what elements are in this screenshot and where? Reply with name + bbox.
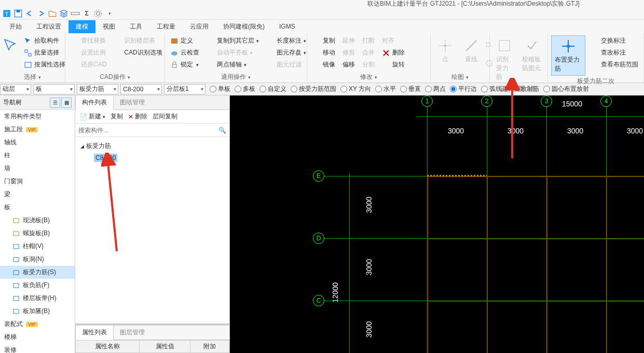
menu-view[interactable]: 视图 bbox=[95, 20, 122, 33]
component-select[interactable]: C8-200 bbox=[120, 84, 162, 94]
two-point-axis-button[interactable]: 两点辅轴▾ bbox=[204, 59, 261, 70]
nav-item-装配式[interactable]: 装配式VIP bbox=[0, 318, 75, 331]
search-input[interactable] bbox=[78, 127, 218, 134]
rotate-button[interactable]: 旋转 bbox=[380, 59, 407, 70]
radio-平行边[interactable]: 平行边 bbox=[450, 85, 477, 93]
nav-item-板洞(N)[interactable]: 板洞(N) bbox=[0, 253, 75, 266]
nav-item-板[interactable]: 板 bbox=[0, 201, 75, 214]
auto-flat-button[interactable]: 自动平齐板▾ bbox=[204, 47, 261, 58]
extend-button[interactable]: 延伸 bbox=[340, 35, 357, 46]
undo-icon[interactable] bbox=[25, 9, 34, 18]
select-big-button[interactable] bbox=[3, 35, 19, 72]
menu-cloud[interactable]: 云应用 bbox=[183, 20, 216, 33]
radio-单板[interactable]: 单板 bbox=[210, 85, 230, 93]
delete-button[interactable]: 删除 bbox=[380, 47, 407, 58]
copy-component-button[interactable]: 复制 bbox=[108, 111, 125, 122]
nav-item-门窗洞[interactable]: 门窗洞 bbox=[0, 175, 75, 188]
radio-垂直[interactable]: 垂直 bbox=[400, 85, 421, 93]
layer-select[interactable]: 分层板1 bbox=[164, 84, 205, 94]
radio-两点[interactable]: 两点 bbox=[425, 85, 446, 93]
length-dim-button[interactable]: 长度标注▾ bbox=[264, 35, 308, 46]
move-button[interactable]: 移动 bbox=[310, 47, 337, 58]
nav-item-常用构件类型[interactable]: 常用构件类型 bbox=[0, 110, 75, 123]
point-button[interactable]: 点 bbox=[434, 35, 457, 72]
floor-table-button[interactable]: 识别楼层表 bbox=[112, 35, 164, 46]
tree-child-c8-200[interactable]: C8-200 bbox=[79, 152, 225, 164]
tab-properties[interactable]: 属性列表 bbox=[75, 325, 114, 340]
copy-other-layer-button[interactable]: 复制到其它层▾ bbox=[204, 35, 261, 46]
layer-copy-button[interactable]: 层间复制 bbox=[150, 111, 180, 122]
place-rebar-button[interactable]: 布置受力筋 bbox=[551, 35, 585, 76]
floor-select[interactable]: 础层 bbox=[0, 84, 31, 94]
copy-button[interactable]: 复制 bbox=[310, 35, 337, 46]
nav-item-楼梯[interactable]: 楼梯 bbox=[0, 331, 75, 344]
split-button[interactable]: 分割 bbox=[360, 59, 377, 70]
menu-start[interactable]: 开始 bbox=[2, 20, 29, 33]
nav-item-板加腋(B)[interactable]: 板加腋(B) bbox=[0, 305, 75, 318]
settings-icon[interactable] bbox=[93, 9, 103, 18]
radio-按受力筋范围[interactable]: 按受力筋范围 bbox=[291, 85, 336, 93]
nav-item-板负筋(F)[interactable]: 板负筋(F) bbox=[0, 279, 75, 292]
delete-component-button[interactable]: ✕删除 bbox=[126, 111, 149, 122]
check-rebar-button[interactable]: 校核板筋图元 bbox=[519, 35, 544, 84]
recognize-rebar-button[interactable]: 识别受力筋 bbox=[493, 35, 516, 84]
sigma-icon[interactable]: Σ bbox=[82, 9, 91, 18]
tab-layer-manage[interactable]: 图层管理 bbox=[114, 325, 151, 340]
define-button[interactable]: 定义 bbox=[168, 35, 201, 46]
nav-item-现浇板(B)[interactable]: 现浇板(B) bbox=[0, 214, 75, 227]
redo-icon[interactable] bbox=[36, 9, 46, 18]
open-icon[interactable] bbox=[48, 9, 57, 18]
radio-多板[interactable]: 多板 bbox=[235, 85, 255, 93]
save-icon[interactable] bbox=[13, 9, 23, 18]
break-button[interactable]: 打断 bbox=[360, 35, 377, 46]
merge-button[interactable]: 合并 bbox=[360, 47, 377, 58]
menu-collab[interactable]: 协同建模(限免) bbox=[216, 20, 272, 33]
trim-button[interactable]: 修剪 bbox=[340, 47, 357, 58]
tab-component-list[interactable]: 构件列表 bbox=[75, 95, 114, 110]
swap-dim-button[interactable]: 交换标注 bbox=[588, 35, 640, 46]
type-select[interactable]: 板受力筋 bbox=[77, 84, 118, 94]
review-dim-button[interactable]: 查改标注 bbox=[588, 47, 640, 58]
tree-root[interactable]: ◢板受力筋 bbox=[79, 140, 225, 152]
ruler-icon[interactable] bbox=[71, 9, 80, 18]
new-button[interactable]: 📄新建▾ bbox=[77, 111, 107, 122]
menu-tools[interactable]: 工具 bbox=[122, 20, 149, 33]
nav-item-墙[interactable]: 墙 bbox=[0, 162, 75, 175]
align-button[interactable]: 对齐 bbox=[380, 35, 407, 46]
nav-item-板受力筋(S)[interactable]: 板受力筋(S) bbox=[0, 266, 75, 279]
nav-item-轴线[interactable]: 轴线 bbox=[0, 136, 75, 149]
set-scale-button[interactable]: 设置比例 bbox=[68, 47, 108, 58]
menu-quantity[interactable]: 工程量 bbox=[149, 20, 183, 33]
pick-component-button[interactable]: 拾取构件 bbox=[22, 35, 67, 46]
search-icon[interactable]: 🔍 bbox=[218, 127, 226, 134]
menu-igms[interactable]: IGMS bbox=[272, 21, 303, 32]
menu-project[interactable]: 工程设置 bbox=[29, 20, 68, 33]
nav-item-梁[interactable]: 梁 bbox=[0, 188, 75, 201]
attr-select-button[interactable]: 按属性选择 bbox=[22, 59, 67, 70]
cad-options-button[interactable]: CAD识别选项 bbox=[112, 47, 164, 58]
tab-drawing-manage[interactable]: 图纸管理 bbox=[114, 96, 151, 110]
line-button[interactable]: 直线 bbox=[460, 35, 483, 72]
nav-view1-icon[interactable]: ☰ bbox=[50, 98, 60, 108]
layers-icon[interactable] bbox=[59, 9, 68, 18]
nav-item-楼层板带(H)[interactable]: 楼层板带(H) bbox=[0, 292, 75, 305]
dropdown-icon[interactable]: ▾ bbox=[105, 9, 114, 18]
nav-view2-icon[interactable]: ▦ bbox=[61, 98, 72, 108]
menu-model[interactable]: 建模 bbox=[68, 20, 95, 33]
nav-item-施工段[interactable]: 施工段VIP bbox=[0, 123, 75, 136]
batch-select-button[interactable]: 批量选择 bbox=[22, 47, 67, 58]
find-replace-button[interactable]: 查找替换 bbox=[68, 35, 108, 46]
element-filter-button[interactable]: 图元过滤 bbox=[264, 59, 308, 70]
nav-item-柱[interactable]: 柱 bbox=[0, 149, 75, 162]
category-select[interactable]: 板 bbox=[33, 84, 75, 94]
restore-cad-button[interactable]: 还原CAD bbox=[68, 59, 108, 70]
radio-圆心布置放射[interactable]: 圆心布置放射 bbox=[543, 85, 589, 93]
nav-item-螺旋板(B)[interactable]: 螺旋板(B) bbox=[0, 227, 75, 240]
nav-item-装修[interactable]: 装修 bbox=[0, 344, 75, 353]
lock-button[interactable]: 锁定▾ bbox=[168, 59, 201, 70]
offset-button[interactable]: 偏移 bbox=[340, 59, 357, 70]
cloud-check-button[interactable]: 云检查 bbox=[168, 47, 201, 58]
radio-自定义[interactable]: 自定义 bbox=[259, 85, 286, 93]
radio-XY 方向[interactable]: XY 方向 bbox=[340, 85, 371, 93]
nav-item-柱帽(V)[interactable]: 柱帽(V) bbox=[0, 240, 75, 253]
